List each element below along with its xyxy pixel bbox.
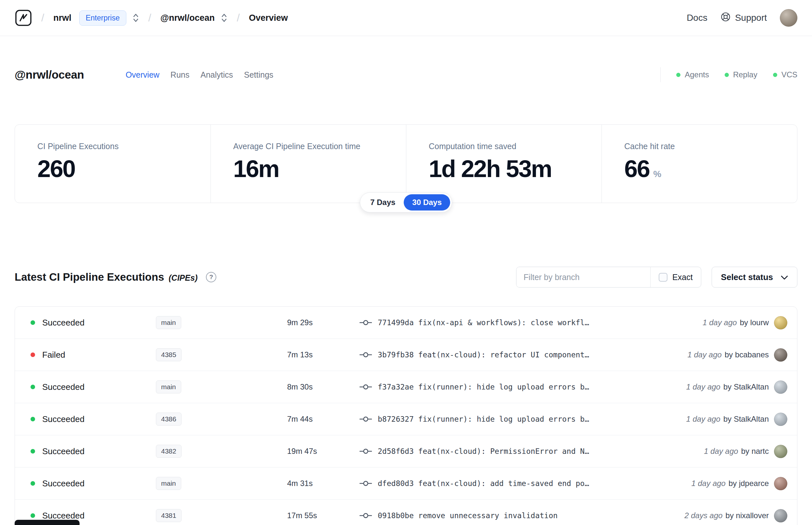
exact-filter[interactable]: Exact: [650, 267, 701, 287]
table-row[interactable]: Succeeded main 4m 31s dfed80d3 feat(nx-c…: [15, 467, 797, 499]
commit-message[interactable]: f37a32ae fix(runner): hide log upload er…: [378, 383, 589, 391]
section-title: Latest CI Pipeline Executions: [15, 271, 164, 283]
branch-badge[interactable]: main: [156, 316, 181, 329]
duration: 7m 13s: [287, 350, 359, 359]
branch-filter-group: Exact: [516, 267, 701, 287]
status-label: Succeeded: [42, 511, 85, 521]
branch-badge[interactable]: 4385: [156, 348, 182, 361]
branch-cell: 4386: [156, 412, 287, 425]
branch-badge[interactable]: main: [156, 477, 181, 490]
author: by lourw: [740, 318, 769, 327]
git-commit-icon: [359, 415, 372, 423]
range-30days-button[interactable]: 30 Days: [404, 194, 450, 211]
branch-badge[interactable]: 4381: [156, 509, 182, 522]
meta-cell: 1 day ago by bcabanes: [687, 348, 787, 362]
meta-cell: 2 days ago by nixallover: [684, 509, 787, 522]
author-avatar: [774, 316, 787, 329]
table-row[interactable]: Succeeded 4386 7m 44s b8726327 fix(runne…: [15, 403, 797, 435]
breadcrumb-workspace[interactable]: @nrwl/ocean: [160, 13, 215, 23]
commit-message[interactable]: dfed80d3 feat(nx-cloud): add time-saved …: [378, 479, 589, 487]
tab-analytics[interactable]: Analytics: [200, 70, 233, 79]
green-dot-icon: [725, 73, 729, 77]
branch-filter-input[interactable]: [517, 267, 650, 287]
tab-overview[interactable]: Overview: [126, 70, 159, 79]
branch-cell: main: [156, 316, 287, 329]
exact-label: Exact: [672, 273, 693, 282]
user-avatar[interactable]: [780, 9, 797, 27]
table-row[interactable]: Succeeded main 9m 29s 771499da fix(nx-ap…: [15, 307, 797, 339]
range-7days-button[interactable]: 7 Days: [362, 194, 404, 211]
feature-statuses: Agents Replay VCS: [660, 67, 797, 82]
status-vcs[interactable]: VCS: [773, 70, 797, 79]
cipe-table: Succeeded main 9m 29s 771499da fix(nx-ap…: [15, 306, 797, 525]
table-row[interactable]: Failed 4385 7m 13s 3b79fb38 feat(nx-clou…: [15, 339, 797, 371]
time-ago: 1 day ago: [704, 447, 738, 456]
org-switcher-icon[interactable]: [132, 12, 139, 24]
vertical-divider: [660, 67, 661, 82]
stats-section: CI Pipeline Executions 260 Average CI Pi…: [15, 124, 797, 203]
commit-message[interactable]: b8726327 fix(runner): hide log upload er…: [378, 415, 589, 423]
status-vcs-label: VCS: [781, 70, 797, 79]
help-icon[interactable]: ?: [206, 272, 216, 282]
table-row[interactable]: Succeeded 4381 17m 55s 0918b0be remove u…: [15, 499, 797, 525]
meta-cell: 1 day ago by nartc: [704, 445, 787, 458]
commit-message[interactable]: 0918b0be remove unnecessary invalidation: [378, 511, 558, 520]
time-ago: 1 day ago: [687, 350, 721, 359]
branch-badge[interactable]: 4382: [156, 445, 182, 458]
commit-cell: 771499da fix(nx-api & workflows): close …: [359, 318, 703, 327]
breadcrumb-separator: /: [40, 12, 45, 24]
status-label: Succeeded: [42, 318, 85, 328]
commit-cell: dfed80d3 feat(nx-cloud): add time-saved …: [359, 479, 691, 487]
status-replay[interactable]: Replay: [725, 70, 757, 79]
stat-card-time-saved: Computation time saved 1d 22h 53m: [406, 125, 601, 203]
author: by StalkAltan: [723, 415, 769, 424]
commit-message[interactable]: 771499da fix(nx-api & workflows): close …: [378, 318, 589, 327]
nx-logo[interactable]: [15, 9, 32, 27]
docs-link[interactable]: Docs: [687, 13, 707, 23]
git-commit-icon: [359, 383, 372, 391]
stat-value: 260: [37, 155, 204, 183]
stat-cards: CI Pipeline Executions 260 Average CI Pi…: [15, 124, 797, 203]
author-avatar: [774, 509, 787, 522]
support-link[interactable]: Support: [720, 12, 767, 24]
commit-cell: f37a32ae fix(runner): hide log upload er…: [359, 383, 686, 391]
status-dot: [31, 513, 35, 518]
stat-value: 1d 22h 53m: [429, 155, 595, 183]
stat-card-avg-time: Average CI Pipeline Execution time 16m: [211, 125, 406, 203]
time-ago: 1 day ago: [703, 318, 737, 327]
git-commit-icon: [359, 319, 372, 327]
stat-label: Computation time saved: [429, 141, 595, 151]
status-dot: [31, 385, 35, 389]
breadcrumb-org[interactable]: nrwl: [53, 13, 72, 23]
stat-suffix: %: [653, 169, 661, 179]
exact-checkbox[interactable]: [659, 273, 668, 282]
status-select-label: Select status: [721, 272, 773, 282]
status-dot: [31, 449, 35, 453]
stat-value: 16m: [233, 155, 399, 183]
stat-card-cache-hit: Cache hit rate 66 %: [601, 125, 797, 203]
breadcrumb-separator: /: [147, 12, 153, 24]
author-avatar: [774, 348, 787, 362]
status-dot: [31, 320, 35, 325]
tab-runs[interactable]: Runs: [170, 70, 189, 79]
status-select[interactable]: Select status: [711, 267, 797, 287]
branch-badge[interactable]: main: [156, 380, 181, 393]
commit-message[interactable]: 3b79fb38 feat(nx-cloud): refactor UI com…: [378, 350, 589, 359]
support-label: Support: [735, 13, 767, 23]
cipe-filters: Exact Select status: [516, 267, 797, 287]
author-avatar: [774, 380, 787, 394]
table-row[interactable]: Succeeded main 8m 30s f37a32ae fix(runne…: [15, 371, 797, 403]
time-ago: 1 day ago: [686, 382, 720, 391]
status-agents[interactable]: Agents: [676, 70, 709, 79]
green-dot-icon: [773, 73, 777, 77]
git-commit-icon: [359, 351, 372, 359]
branch-badge[interactable]: 4386: [156, 412, 182, 425]
workspace-switcher-icon[interactable]: [220, 12, 228, 24]
author-avatar: [774, 412, 787, 426]
table-row[interactable]: Succeeded 4382 19m 47s 2d58f6d3 feat(nx-…: [15, 435, 797, 467]
status-cell: Succeeded: [31, 446, 156, 456]
bottom-scroll-thumb[interactable]: [15, 520, 80, 525]
commit-cell: 0918b0be remove unnecessary invalidation: [359, 511, 684, 520]
commit-message[interactable]: 2d58f6d3 feat(nx-cloud): PermissionError…: [378, 447, 589, 455]
tab-settings[interactable]: Settings: [244, 70, 273, 79]
